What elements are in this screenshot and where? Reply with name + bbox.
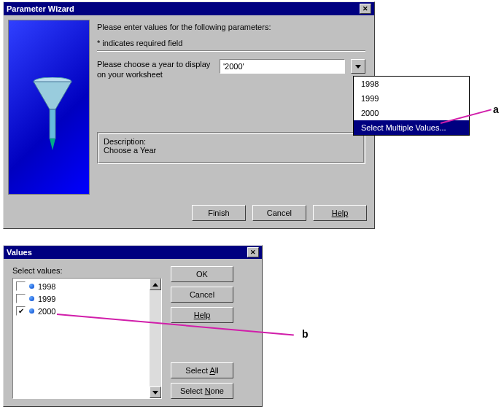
checkbox-1999[interactable]	[16, 294, 26, 303]
bullet-icon	[29, 296, 34, 301]
wizard-prompt: Please enter values for the following pa…	[97, 23, 365, 31]
ok-button[interactable]: OK	[171, 266, 233, 282]
param-label: Please choose a year to display on your …	[97, 59, 214, 79]
select-values-label: Select values:	[12, 266, 162, 275]
dropdown-item-1999[interactable]: 1999	[354, 91, 469, 106]
dropdown-button[interactable]	[351, 59, 365, 74]
dropdown-item-2000[interactable]: 2000	[354, 106, 469, 120]
bullet-icon	[29, 284, 34, 289]
required-note: * indicates required field	[97, 39, 365, 47]
description-group: Description: Choose a Year	[97, 132, 365, 164]
values-titlebar[interactable]: Values ✕	[4, 246, 262, 259]
values-title: Values	[7, 248, 247, 257]
help-button[interactable]: Help	[171, 307, 233, 323]
description-text: Choose a Year	[104, 146, 359, 155]
svg-rect-2	[50, 109, 55, 139]
wizard-title: Parameter Wizard	[7, 4, 360, 13]
select-none-button[interactable]: Select None	[171, 383, 233, 399]
checkbox-1998[interactable]	[16, 281, 26, 291]
checkbox-2000[interactable]: ✔	[16, 306, 26, 316]
separator	[97, 50, 365, 52]
chevron-down-icon	[355, 65, 361, 69]
scroll-up-button[interactable]	[150, 279, 161, 290]
help-button[interactable]: Help	[313, 205, 367, 221]
annotation-b: b	[302, 328, 309, 340]
svg-marker-1	[34, 82, 71, 109]
bullet-icon	[29, 308, 34, 314]
scrollbar[interactable]	[150, 279, 161, 398]
year-dropdown-list: 1998 1999 2000 Select Multiple Values...	[353, 76, 470, 136]
list-item-label: 2000	[38, 307, 55, 316]
svg-marker-3	[50, 139, 55, 150]
wizard-titlebar[interactable]: Parameter Wizard ✕	[4, 2, 374, 15]
values-listbox: 1998 1999 ✔ 2000	[12, 278, 162, 399]
select-all-button[interactable]: Select All	[171, 362, 233, 378]
wizard-graphic	[8, 20, 90, 195]
dropdown-item-multi[interactable]: Select Multiple Values...	[354, 120, 469, 135]
scroll-down-button[interactable]	[150, 386, 161, 398]
list-item-label: 1998	[38, 282, 55, 291]
annotation-a: a	[493, 104, 499, 115]
funnel-icon	[31, 77, 74, 158]
list-item[interactable]: 1998	[15, 280, 148, 292]
close-icon[interactable]: ✕	[247, 247, 259, 257]
list-item-label: 1999	[38, 295, 55, 303]
year-input[interactable]: '2000'	[220, 59, 345, 74]
cancel-button[interactable]: Cancel	[252, 205, 306, 221]
list-item[interactable]: 1999	[15, 292, 148, 305]
dropdown-item-1998[interactable]: 1998	[354, 77, 469, 91]
chevron-up-icon	[152, 283, 158, 287]
cancel-button[interactable]: Cancel	[171, 287, 233, 303]
finish-button[interactable]: Finish	[192, 205, 246, 221]
chevron-down-icon	[152, 391, 158, 394]
description-label: Description:	[104, 137, 359, 146]
close-icon[interactable]: ✕	[360, 4, 371, 14]
